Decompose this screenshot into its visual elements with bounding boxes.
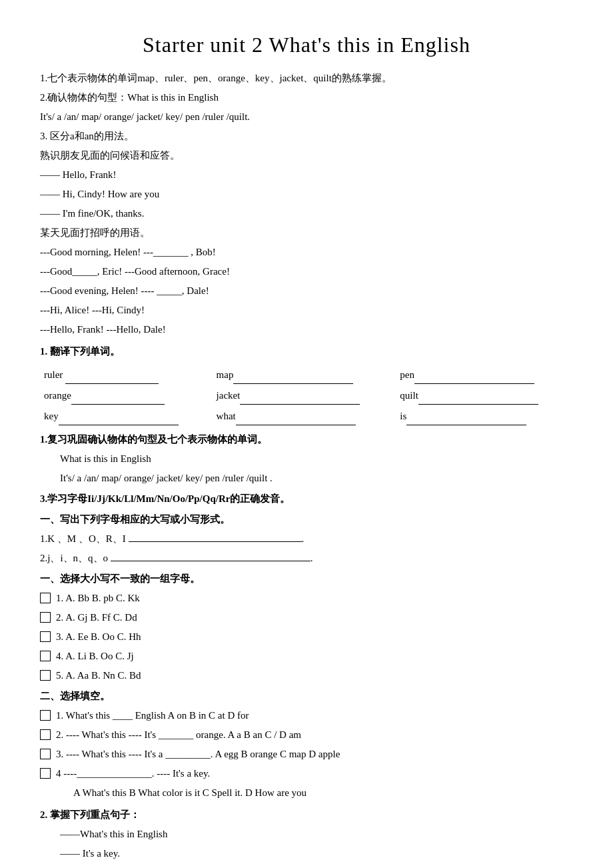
intro-line-1: 1.七个表示物体的单词map、ruler、pen、orange、key、jack…	[40, 69, 573, 87]
writing-label-1: 1.K 、M 、O、R、I	[40, 533, 126, 544]
fill-item-label: 2. ---- What's this ---- It's _______ or…	[56, 726, 301, 744]
paren-box[interactable]	[40, 631, 51, 642]
part3-title: 3.学习字母Ii/Jj/Kk/Ll/Mm/Nn/Oo/Pp/Qq/Rr的正确发音…	[40, 490, 573, 508]
writing-line-1: 1.K 、M 、O、R、I .	[40, 530, 573, 548]
vocab-cell: is	[396, 406, 573, 427]
choose-item-label: 4. A. Li B. Oo C. Jj	[56, 647, 134, 665]
fill-item-label: 1. What's this ____ English A on B in C …	[56, 707, 249, 725]
intro-line-8: —— I'm fine/OK, thanks.	[40, 205, 573, 223]
key-sentence-3: —— Spell it, please.	[60, 864, 573, 868]
part1-title: 1. 翻译下列单词。	[40, 343, 573, 361]
paren-box[interactable]	[40, 612, 51, 623]
choose-item-3: 3. A. Ee B. Oo C. Hh	[40, 628, 573, 646]
vocab-cell: ruler	[40, 365, 213, 385]
intro-line-4: 3. 区分a和an的用法。	[40, 127, 573, 145]
choose-item-1: 1. A. Bb B. pb C. Kk	[40, 589, 573, 607]
intro-line-14: ---Hello, Frank! ---Hello, Dale!	[40, 321, 573, 339]
vocab-cell: pen	[396, 365, 573, 385]
key-sentence-2: —— It's a key.	[60, 845, 573, 863]
intro-line-7: —— Hi, Cindy! How are you	[40, 185, 573, 203]
choose-item-label: 5. A. Aa B. Nn C. Bd	[56, 667, 141, 685]
fill-item-3: 3. ---- What's this ---- It's a ________…	[40, 745, 573, 763]
vocab-table: ruler map pen orange jacket quilt key wh…	[40, 365, 573, 427]
choose-section-title: 一、选择大小写不一致的一组字母。	[40, 570, 573, 588]
choose-item-4: 4. A. Li B. Oo C. Jj	[40, 647, 573, 665]
vocab-cell: jacket	[213, 385, 396, 406]
intro-line-3: It's/ a /an/ map/ orange/ jacket/ key/ p…	[40, 108, 573, 126]
choose-item-2: 2. A. Gj B. Ff C. Dd	[40, 609, 573, 627]
choose-item-label: 1. A. Bb B. pb C. Kk	[56, 589, 140, 607]
fill-item-label: 4 ----_______________. ---- It's a key.	[56, 765, 210, 783]
intro-line-5: 熟识朋友见面的问候语和应答。	[40, 147, 573, 165]
table-row: orange jacket quilt	[40, 385, 573, 406]
vocab-cell: key	[40, 406, 213, 427]
intro-line-6: —— Hello, Frank!	[40, 166, 573, 184]
table-row: key what is	[40, 406, 573, 427]
part1-review-1: What is this in English	[60, 450, 573, 468]
part1-review-title: 1.复习巩固确认物体的句型及七个表示物体的单词。	[40, 431, 573, 449]
writing-line-2: 2.j、i、n、q、o .	[40, 549, 573, 567]
paren-box[interactable]	[40, 651, 51, 661]
intro-line-10: ---Good morning, Helen! ---_______ , Bob…	[40, 243, 573, 261]
main-content: 1.七个表示物体的单词map、ruler、pen、orange、key、jack…	[40, 69, 573, 868]
fill-item-label: 3. ---- What's this ---- It's a ________…	[56, 745, 340, 763]
vocab-cell: quilt	[396, 385, 573, 406]
writing-section-title: 一、写出下列字母相应的大写或小写形式。	[40, 511, 573, 529]
intro-line-13: ---Hi, Alice! ---Hi, Cindy!	[40, 301, 573, 319]
paren-box[interactable]	[40, 768, 51, 779]
fill-item-2: 2. ---- What's this ---- It's _______ or…	[40, 726, 573, 744]
fill-item-4-options: A What's this B What color is it C Spell…	[73, 784, 573, 802]
page-title: Starter unit 2 What's this in English	[40, 27, 573, 63]
table-row: ruler map pen	[40, 365, 573, 385]
part2-title: 2. 掌握下列重点句子：	[40, 806, 573, 824]
paren-box[interactable]	[40, 670, 51, 681]
paren-box[interactable]	[40, 710, 51, 721]
intro-line-12: ---Good evening, Helen! ---- _____, Dale…	[40, 282, 573, 300]
fill-item-4: 4 ----_______________. ---- It's a key.	[40, 765, 573, 783]
key-sentence-1: ——What's this in English	[60, 825, 573, 843]
fill-item-1: 1. What's this ____ English A on B in C …	[40, 707, 573, 725]
fill-section-title: 二、选择填空。	[40, 687, 573, 705]
intro-line-9: 某天见面打招呼的用语。	[40, 224, 573, 242]
paren-box[interactable]	[40, 729, 51, 740]
paren-box[interactable]	[40, 593, 51, 603]
paren-box[interactable]	[40, 749, 51, 759]
choose-item-5: 5. A. Aa B. Nn C. Bd	[40, 667, 573, 685]
choose-item-label: 2. A. Gj B. Ff C. Dd	[56, 609, 137, 627]
vocab-cell: what	[213, 406, 396, 427]
writing-label-2: 2.j、i、n、q、o	[40, 553, 108, 563]
intro-line-2: 2.确认物体的句型：What is this in English	[40, 89, 573, 107]
part1-review-2: It's/ a /an/ map/ orange/ jacket/ key/ p…	[60, 469, 573, 487]
vocab-cell: map	[213, 365, 396, 385]
vocab-cell: orange	[40, 385, 213, 406]
intro-line-11: ---Good_____, Eric! ---Good afternoon, G…	[40, 263, 573, 281]
choose-item-label: 3. A. Ee B. Oo C. Hh	[56, 628, 141, 646]
